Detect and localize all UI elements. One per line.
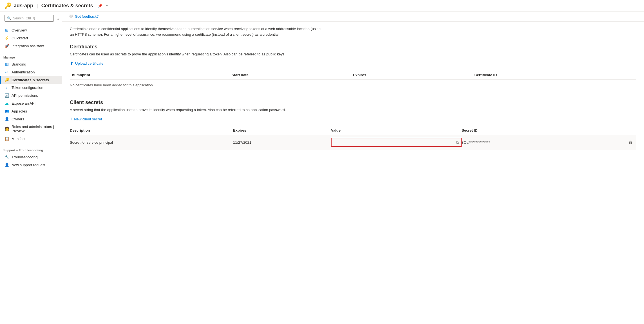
sidebar-item-troubleshooting[interactable]: 🔧 Troubleshooting bbox=[0, 153, 62, 161]
integration-icon: 🚀 bbox=[4, 44, 9, 48]
new-secret-plus-icon: + bbox=[70, 116, 72, 122]
sidebar-label-owners: Owners bbox=[12, 117, 24, 121]
content-body: Credentials enable confidential applicat… bbox=[62, 22, 644, 163]
secret-col-value: Value bbox=[331, 128, 462, 132]
sidebar-item-expose-api[interactable]: ☁ Expose an API bbox=[0, 99, 62, 107]
api-permissions-icon: 🔄 bbox=[4, 93, 9, 98]
search-icon: 🔍 bbox=[7, 16, 11, 20]
pin-icon[interactable]: 📌 bbox=[98, 3, 102, 8]
sidebar-item-certificates-secrets[interactable]: 🔑 Certificates & secrets bbox=[0, 76, 62, 84]
secret-col-expires: Expires bbox=[233, 128, 331, 132]
manage-divider bbox=[3, 51, 58, 51]
sidebar-item-authentication[interactable]: ↩ Authentication bbox=[0, 68, 62, 76]
certificates-description: Certificates can be used as secrets to p… bbox=[70, 52, 636, 56]
cert-col-start-date: Start date bbox=[232, 73, 353, 77]
upload-certificate-button[interactable]: ⬆ Upload certificate bbox=[70, 61, 103, 66]
secret-description: Secret for service principal bbox=[70, 140, 233, 145]
cert-col-thumbprint: Thumbprint bbox=[70, 73, 232, 77]
overview-icon: ⊞ bbox=[4, 28, 9, 32]
certificates-heading: Certificates bbox=[70, 44, 636, 50]
sidebar-item-manifest[interactable]: 📋 Manifest bbox=[0, 135, 62, 143]
sidebar-item-new-support[interactable]: 👤 New support request bbox=[0, 161, 62, 169]
owners-icon: 👤 bbox=[4, 117, 9, 121]
sidebar-label-overview: Overview bbox=[12, 28, 27, 32]
collapse-button[interactable]: « bbox=[57, 17, 59, 21]
content-area: 🤍 Got feedback? Credentials enable confi… bbox=[62, 12, 644, 324]
secret-row: Secret for service principal 11/27/2021 … bbox=[70, 135, 636, 150]
search-placeholder: Search (Ctrl+/) bbox=[13, 16, 35, 20]
sidebar-label-app-roles: App roles bbox=[12, 109, 27, 113]
sidebar: 🔍 Search (Ctrl+/) « ⊞ Overview ⚡ Quickst… bbox=[0, 12, 62, 324]
feedback-label: Got feedback? bbox=[75, 14, 99, 19]
sidebar-label-expose-api: Expose an API bbox=[12, 101, 35, 105]
upload-label: Upload certificate bbox=[75, 61, 103, 66]
sidebar-item-owners[interactable]: 👤 Owners bbox=[0, 115, 62, 123]
sidebar-item-quickstart[interactable]: ⚡ Quickstart bbox=[0, 34, 62, 42]
search-row: 🔍 Search (Ctrl+/) « bbox=[0, 14, 62, 26]
sidebar-label-integration: Integration assistant bbox=[12, 44, 44, 48]
quickstart-icon: ⚡ bbox=[4, 36, 9, 40]
sidebar-label-token: Token configuration bbox=[12, 86, 43, 90]
secret-col-description: Description bbox=[70, 128, 233, 132]
manage-section-label: Manage bbox=[0, 52, 62, 60]
sidebar-item-token-configuration[interactable]: ⫶ Token configuration bbox=[0, 84, 62, 91]
sidebar-label-roles: Roles and administrators | Preview bbox=[12, 125, 58, 133]
secret-id: 8Oa*************** bbox=[462, 140, 625, 145]
cert-empty-message: No certificates have been added for this… bbox=[70, 80, 636, 91]
sidebar-item-overview[interactable]: ⊞ Overview bbox=[0, 26, 62, 34]
sidebar-label-troubleshooting: Troubleshooting bbox=[12, 155, 38, 159]
delete-secret-icon[interactable]: 🗑 bbox=[625, 140, 636, 145]
support-divider bbox=[3, 144, 58, 144]
feedback-icon: 🤍 bbox=[69, 14, 73, 19]
main-container: 🔍 Search (Ctrl+/) « ⊞ Overview ⚡ Quickst… bbox=[0, 12, 644, 324]
certificates-section: Certificates Certificates can be used as… bbox=[70, 44, 636, 91]
secret-expires: 11/27/2021 bbox=[233, 140, 331, 145]
search-box[interactable]: 🔍 Search (Ctrl+/) bbox=[5, 15, 54, 22]
app-icon: 🔑 bbox=[5, 2, 12, 9]
sidebar-label-certificates: Certificates & secrets bbox=[12, 78, 49, 82]
roles-icon: 🧑 bbox=[4, 127, 9, 131]
sidebar-item-integration-assistant[interactable]: 🚀 Integration assistant bbox=[0, 42, 62, 50]
secret-value-cell: ⧉ bbox=[331, 138, 462, 147]
client-secrets-heading: Client secrets bbox=[70, 100, 636, 105]
sidebar-item-api-permissions[interactable]: 🔄 API permissions bbox=[0, 91, 62, 99]
sidebar-item-roles-administrators[interactable]: 🧑 Roles and administrators | Preview bbox=[0, 123, 62, 135]
expose-api-icon: ☁ bbox=[4, 101, 9, 105]
token-icon: ⫶ bbox=[4, 86, 9, 90]
manifest-icon: 📋 bbox=[4, 136, 9, 141]
sidebar-item-app-roles[interactable]: 👥 App roles bbox=[0, 107, 62, 115]
top-bar: 🔑 ads-app | Certificates & secrets 📌 ··· bbox=[0, 0, 644, 12]
client-secrets-section: Client secrets A secret string that the … bbox=[70, 100, 636, 150]
new-support-icon: 👤 bbox=[4, 163, 9, 167]
app-roles-icon: 👥 bbox=[4, 109, 9, 113]
branding-icon: ▦ bbox=[4, 62, 9, 66]
sidebar-label-new-support: New support request bbox=[12, 163, 45, 167]
feedback-bar[interactable]: 🤍 Got feedback? bbox=[62, 12, 644, 22]
sidebar-label-branding: Branding bbox=[12, 62, 26, 66]
sidebar-label-manifest: Manifest bbox=[12, 137, 25, 141]
more-icon[interactable]: ··· bbox=[106, 3, 109, 8]
sidebar-label-authentication: Authentication bbox=[12, 70, 35, 74]
cert-col-expires: Expires bbox=[353, 73, 474, 77]
client-secrets-description: A secret string that the application use… bbox=[70, 108, 636, 112]
secret-table-header: Description Expires Value Secret ID bbox=[70, 126, 636, 135]
troubleshooting-icon: 🔧 bbox=[4, 155, 9, 159]
certificates-icon: 🔑 bbox=[4, 78, 9, 82]
page-title: Certificates & secrets bbox=[41, 3, 93, 9]
title-separator: | bbox=[37, 3, 38, 9]
app-name: ads-app bbox=[14, 3, 33, 9]
authentication-icon: ↩ bbox=[4, 70, 9, 74]
support-section-label: Support + Troubleshooting bbox=[0, 145, 62, 153]
upload-icon: ⬆ bbox=[70, 61, 73, 66]
secret-col-actions bbox=[625, 128, 636, 132]
new-secret-label: New client secret bbox=[74, 117, 102, 121]
cert-col-id: Certificate ID bbox=[474, 73, 636, 77]
cert-table-header: Thumbprint Start date Expires Certificat… bbox=[70, 71, 636, 80]
copy-icon[interactable]: ⧉ bbox=[456, 140, 459, 145]
sidebar-item-branding[interactable]: ▦ Branding bbox=[0, 60, 62, 68]
sidebar-label-api-permissions: API permissions bbox=[12, 93, 38, 98]
new-client-secret-button[interactable]: + New client secret bbox=[70, 116, 102, 122]
secret-col-id: Secret ID bbox=[462, 128, 625, 132]
intro-description: Credentials enable confidential applicat… bbox=[70, 26, 323, 37]
sidebar-label-quickstart: Quickstart bbox=[12, 36, 28, 40]
